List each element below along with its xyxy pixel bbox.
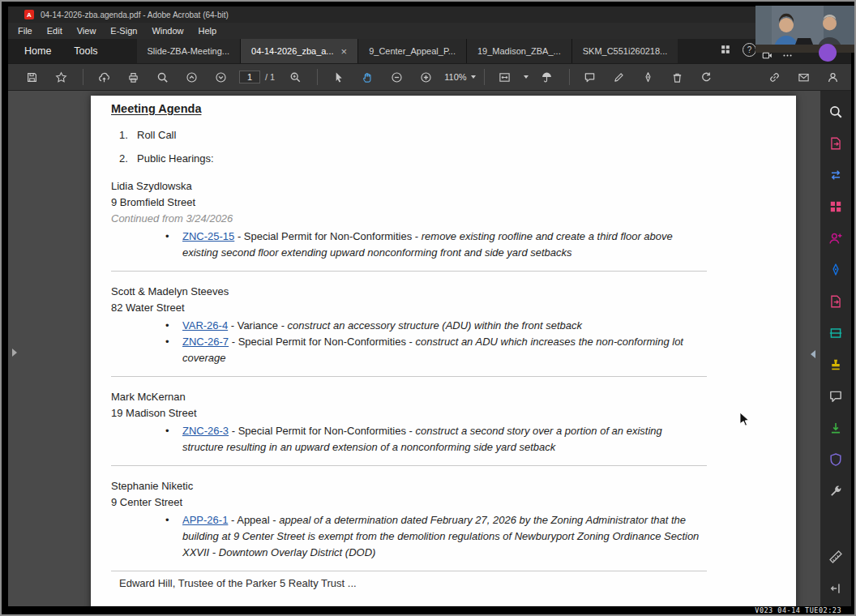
doc-tab-agenda-active[interactable]: 04-14-2026_zba_a... × xyxy=(240,39,357,63)
save-button[interactable] xyxy=(21,66,42,88)
zoom-out-button[interactable] xyxy=(386,66,407,88)
zoom-level-dropdown[interactable]: 110% xyxy=(444,72,475,82)
title-bar: A 04-14-2026-zba.agenda.pdf - Adobe Acro… xyxy=(8,6,851,23)
chevron-down-icon[interactable] xyxy=(524,75,529,79)
fit-width-button[interactable] xyxy=(494,66,516,88)
fill-sign-tool-button[interactable] xyxy=(826,260,845,280)
menu-esign[interactable]: E-Sign xyxy=(103,26,144,36)
doc-tab-center-appeal[interactable]: 9_Center_Appeal_P... xyxy=(357,39,466,63)
comment-button[interactable] xyxy=(580,66,601,88)
avatar[interactable] xyxy=(819,44,837,62)
compress-icon xyxy=(828,421,843,435)
permit-type: - Special Permit for Non-Conformities - xyxy=(234,230,421,242)
window-title: 04-14-2026-zba.agenda.pdf - Adobe Acroba… xyxy=(41,11,229,19)
agenda-item: APP-26-1 - Appeal - appeal of a determin… xyxy=(111,512,705,561)
toolbar-divider xyxy=(83,69,83,85)
previous-page-button[interactable] xyxy=(181,66,202,88)
redo-button[interactable] xyxy=(696,66,717,88)
comment-tool-button[interactable] xyxy=(826,387,845,406)
toolbar: 1 / 1 110% xyxy=(8,63,851,91)
menu-file[interactable]: File xyxy=(11,26,40,36)
case-number-link[interactable]: APP-26-1 xyxy=(182,514,228,526)
acrobat-window: A 04-14-2026-zba.agenda.pdf - Adobe Acro… xyxy=(8,6,851,606)
doc-tab-label: 9_Center_Appeal_P... xyxy=(369,46,456,56)
tab-tools[interactable]: Tools xyxy=(62,39,109,63)
menu-help[interactable]: Help xyxy=(191,26,225,36)
video-camera-icon[interactable] xyxy=(762,50,773,61)
page-title: Meeting Agenda xyxy=(111,102,705,115)
webcam-overlay[interactable] xyxy=(755,6,854,53)
collapse-icon xyxy=(828,581,843,596)
toolbar-divider xyxy=(569,69,570,85)
doc-tab-slide-zba[interactable]: Slide-ZBA-Meeting... xyxy=(137,39,240,63)
export-pdf-tool-button[interactable] xyxy=(826,134,845,153)
hearing-section: Stephanie Niketic 9 Center Street APP-26… xyxy=(111,478,705,561)
webcam-controls xyxy=(762,50,793,61)
case-number-link[interactable]: ZNC-26-3 xyxy=(182,425,229,437)
convert-pdf-tool-button[interactable] xyxy=(826,165,845,185)
pdf-page: Meeting Agenda 1. Roll Call 2. Public He… xyxy=(91,96,796,606)
share-icon xyxy=(828,294,843,309)
page-number-input[interactable]: 1 xyxy=(239,71,260,83)
search-tool-button[interactable] xyxy=(826,102,845,122)
more-tools-button[interactable] xyxy=(826,481,845,501)
compress-tool-button[interactable] xyxy=(826,418,845,438)
applicant-address: 19 Madison Street xyxy=(111,405,705,421)
toolbar-divider xyxy=(484,69,485,85)
measure-tool-button[interactable] xyxy=(826,547,845,567)
case-number-link[interactable]: VAR-26-4 xyxy=(182,319,228,332)
case-number-link[interactable]: ZNC-26-7 xyxy=(182,336,229,348)
stamp-icon xyxy=(828,357,843,372)
find-button[interactable] xyxy=(152,66,173,88)
scan-ocr-tool-button[interactable] xyxy=(826,323,845,343)
doc-tab-skm[interactable]: SKM_C551i260218... xyxy=(571,39,678,63)
convert-icon xyxy=(828,168,843,182)
zoom-level-value: 110% xyxy=(444,72,466,82)
share-link-button[interactable] xyxy=(764,66,785,88)
hearing-section: Mark McKernan 19 Madison Street ZNC-26-3… xyxy=(111,389,705,456)
account-button[interactable] xyxy=(822,66,843,88)
cloud-upload-button[interactable] xyxy=(93,66,114,88)
wrench-icon xyxy=(828,484,843,498)
sign-button[interactable] xyxy=(638,66,659,88)
zoom-in-button[interactable] xyxy=(415,66,436,88)
continuance-note: Continued from 3/24/2026 xyxy=(111,211,705,227)
share-tool-button[interactable] xyxy=(826,292,845,311)
tab-home[interactable]: Home xyxy=(13,39,62,63)
menu-window[interactable]: Window xyxy=(144,26,190,36)
permit-type: - Special Permit for Non-Conformities - xyxy=(229,336,415,348)
email-button[interactable] xyxy=(793,66,814,88)
menu-edit[interactable]: Edit xyxy=(40,26,70,36)
hand-tool-button[interactable] xyxy=(357,66,378,88)
stamp-tool-button[interactable] xyxy=(826,355,845,374)
doc-tab-madison[interactable]: 19_Madison_ZBA_... xyxy=(466,39,571,63)
request-esign-tool-button[interactable] xyxy=(826,229,845,248)
list-text: Roll Call xyxy=(137,127,176,143)
collapse-right-panel-arrow[interactable] xyxy=(811,350,815,358)
applicant-address: 9 Center Street xyxy=(111,494,705,511)
highlight-button[interactable] xyxy=(609,66,630,88)
page-display-button[interactable] xyxy=(537,66,558,88)
next-page-button[interactable] xyxy=(210,66,231,88)
app-grid-icon[interactable] xyxy=(720,44,731,55)
marquee-zoom-button[interactable] xyxy=(285,66,306,88)
print-button[interactable] xyxy=(122,66,143,88)
expand-left-panel-arrow[interactable] xyxy=(12,349,17,357)
screen: A 04-14-2026-zba.agenda.pdf - Adobe Acro… xyxy=(0,0,856,616)
agenda-item: ZNC-26-7 - Special Permit for Non-Confor… xyxy=(111,334,705,366)
menu-view[interactable]: View xyxy=(70,26,104,36)
collapse-rail-button[interactable] xyxy=(826,579,845,598)
applicant-address: 82 Water Street xyxy=(111,300,705,316)
page-count-label: / 1 xyxy=(265,72,275,82)
more-options-icon[interactable] xyxy=(782,50,793,61)
close-icon[interactable]: × xyxy=(341,46,348,57)
help-icon[interactable]: ? xyxy=(743,43,756,57)
protect-tool-button[interactable] xyxy=(826,450,845,469)
select-tool-button[interactable] xyxy=(327,66,349,88)
delete-button[interactable] xyxy=(667,66,688,88)
organize-pages-tool-button[interactable] xyxy=(826,197,845,216)
applicant-name: Scott & Madelyn Steeves xyxy=(111,284,705,300)
toolbar-divider xyxy=(317,69,318,85)
case-number-link[interactable]: ZNC-25-15 xyxy=(182,230,234,242)
star-favorite-button[interactable] xyxy=(50,66,71,88)
